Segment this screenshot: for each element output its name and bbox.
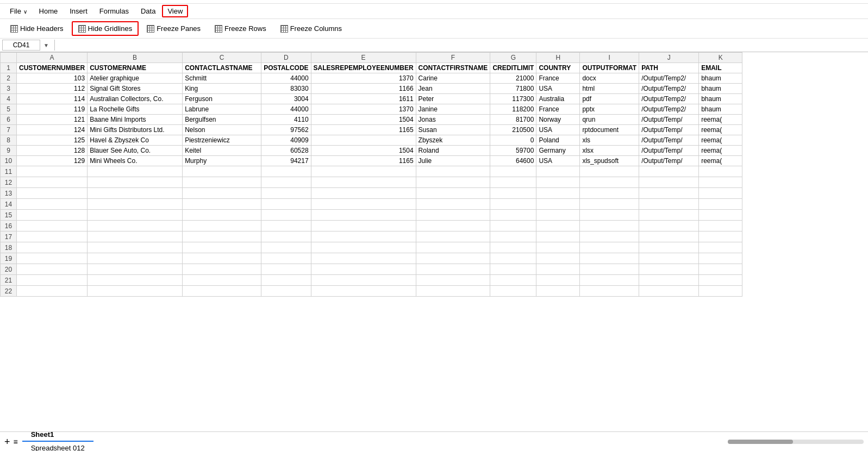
cell-E19[interactable] bbox=[311, 253, 416, 264]
cell-G4[interactable]: 117300 bbox=[490, 94, 536, 104]
cell-H17[interactable] bbox=[536, 231, 580, 242]
cell-F8[interactable]: Zbyszek bbox=[416, 135, 490, 146]
cell-A14[interactable] bbox=[17, 199, 88, 210]
cell-H2[interactable]: France bbox=[536, 73, 580, 84]
cell-B16[interactable] bbox=[88, 221, 183, 231]
cell-J9[interactable]: /Output/Temp/ bbox=[639, 146, 699, 156]
scrollbar-thumb[interactable] bbox=[728, 440, 793, 444]
cell-H19[interactable] bbox=[536, 253, 580, 264]
col-header-E[interactable]: E bbox=[311, 53, 416, 63]
cell-K18[interactable] bbox=[699, 242, 742, 253]
cell-I18[interactable] bbox=[580, 242, 639, 253]
cell-K3[interactable]: bhaum bbox=[699, 84, 742, 94]
cell-K6[interactable]: reema( bbox=[699, 115, 742, 125]
cell-B17[interactable] bbox=[88, 231, 183, 242]
cell-E18[interactable] bbox=[311, 242, 416, 253]
cell-G11[interactable] bbox=[490, 166, 536, 177]
cell-G12[interactable] bbox=[490, 177, 536, 188]
cell-I3[interactable]: html bbox=[580, 84, 639, 94]
row-header-17[interactable]: 17 bbox=[1, 231, 17, 242]
cell-F18[interactable] bbox=[416, 242, 490, 253]
col-header-J[interactable]: J bbox=[639, 53, 699, 63]
cell-A19[interactable] bbox=[17, 253, 88, 264]
cell-J18[interactable] bbox=[639, 242, 699, 253]
cell-B8[interactable]: Havel & Zbyszek Co bbox=[88, 135, 183, 146]
cell-A21[interactable] bbox=[17, 275, 88, 286]
cell-A6[interactable]: 121 bbox=[17, 115, 88, 125]
cell-D15[interactable] bbox=[261, 210, 311, 221]
cell-D9[interactable]: 60528 bbox=[261, 146, 311, 156]
cell-D12[interactable] bbox=[261, 177, 311, 188]
cell-I4[interactable]: pdf bbox=[580, 94, 639, 104]
cell-E21[interactable] bbox=[311, 275, 416, 286]
sheet-tab-spreadsheet012[interactable]: Spreadsheet 012 bbox=[22, 442, 93, 452]
cell-E2[interactable]: 1370 bbox=[311, 73, 416, 84]
cell-C13[interactable] bbox=[183, 188, 261, 199]
cell-B5[interactable]: La Rochelle Gifts bbox=[88, 104, 183, 115]
cell-F11[interactable] bbox=[416, 166, 490, 177]
cell-E13[interactable] bbox=[311, 188, 416, 199]
cell-A20[interactable] bbox=[17, 264, 88, 275]
cell-I21[interactable] bbox=[580, 275, 639, 286]
cell-D20[interactable] bbox=[261, 264, 311, 275]
cell-H16[interactable] bbox=[536, 221, 580, 231]
cell-G7[interactable]: 210500 bbox=[490, 125, 536, 135]
cell-J2[interactable]: /Output/Temp2/ bbox=[639, 73, 699, 84]
cell-G3[interactable]: 71800 bbox=[490, 84, 536, 94]
cell-F21[interactable] bbox=[416, 275, 490, 286]
freeze-rows-button[interactable]: Freeze Rows bbox=[209, 22, 272, 35]
cell-K10[interactable]: reema( bbox=[699, 156, 742, 166]
cell-E12[interactable] bbox=[311, 177, 416, 188]
hide-headers-button[interactable]: Hide Headers bbox=[4, 22, 70, 35]
cell-F13[interactable] bbox=[416, 188, 490, 199]
header-cell-J[interactable]: PATH bbox=[639, 63, 699, 73]
header-cell-G[interactable]: CREDITLIMIT bbox=[490, 63, 536, 73]
cell-reference-input[interactable] bbox=[2, 40, 40, 51]
cell-K5[interactable]: bhaum bbox=[699, 104, 742, 115]
cell-G9[interactable]: 59700 bbox=[490, 146, 536, 156]
cell-C16[interactable] bbox=[183, 221, 261, 231]
cell-G6[interactable]: 81700 bbox=[490, 115, 536, 125]
cell-C11[interactable] bbox=[183, 166, 261, 177]
header-cell-F[interactable]: CONTACTFIRSTNAME bbox=[416, 63, 490, 73]
cell-E17[interactable] bbox=[311, 231, 416, 242]
cell-J4[interactable]: /Output/Temp2/ bbox=[639, 94, 699, 104]
cell-E3[interactable]: 1166 bbox=[311, 84, 416, 94]
cell-H6[interactable]: Norway bbox=[536, 115, 580, 125]
row-header-10[interactable]: 10 bbox=[1, 156, 17, 166]
cell-C12[interactable] bbox=[183, 177, 261, 188]
cell-K22[interactable] bbox=[699, 286, 742, 297]
cell-K19[interactable] bbox=[699, 253, 742, 264]
cell-B22[interactable] bbox=[88, 286, 183, 297]
cell-I2[interactable]: docx bbox=[580, 73, 639, 84]
cell-G13[interactable] bbox=[490, 188, 536, 199]
cell-D2[interactable]: 44000 bbox=[261, 73, 311, 84]
cell-K11[interactable] bbox=[699, 166, 742, 177]
cell-J7[interactable]: /Output/Temp/ bbox=[639, 125, 699, 135]
menu-item-view[interactable]: View bbox=[162, 5, 188, 17]
cell-D7[interactable]: 97562 bbox=[261, 125, 311, 135]
row-header-16[interactable]: 16 bbox=[1, 221, 17, 231]
header-cell-K[interactable]: EMAIL bbox=[699, 63, 742, 73]
cell-G19[interactable] bbox=[490, 253, 536, 264]
cell-K15[interactable] bbox=[699, 210, 742, 221]
cell-H10[interactable]: USA bbox=[536, 156, 580, 166]
row-header-6[interactable]: 6 bbox=[1, 115, 17, 125]
cell-F6[interactable]: Jonas bbox=[416, 115, 490, 125]
cell-A5[interactable]: 119 bbox=[17, 104, 88, 115]
formula-input[interactable] bbox=[64, 40, 866, 51]
cell-D21[interactable] bbox=[261, 275, 311, 286]
header-cell-D[interactable]: POSTALCODE bbox=[261, 63, 311, 73]
hide-gridlines-button[interactable]: Hide Gridlines bbox=[72, 21, 139, 36]
cell-I8[interactable]: xls bbox=[580, 135, 639, 146]
cell-G17[interactable] bbox=[490, 231, 536, 242]
row-header-7[interactable]: 7 bbox=[1, 125, 17, 135]
cell-C22[interactable] bbox=[183, 286, 261, 297]
cell-E20[interactable] bbox=[311, 264, 416, 275]
cell-A2[interactable]: 103 bbox=[17, 73, 88, 84]
cell-B11[interactable] bbox=[88, 166, 183, 177]
cell-A7[interactable]: 124 bbox=[17, 125, 88, 135]
cell-B13[interactable] bbox=[88, 188, 183, 199]
cell-D6[interactable]: 4110 bbox=[261, 115, 311, 125]
cell-E15[interactable] bbox=[311, 210, 416, 221]
